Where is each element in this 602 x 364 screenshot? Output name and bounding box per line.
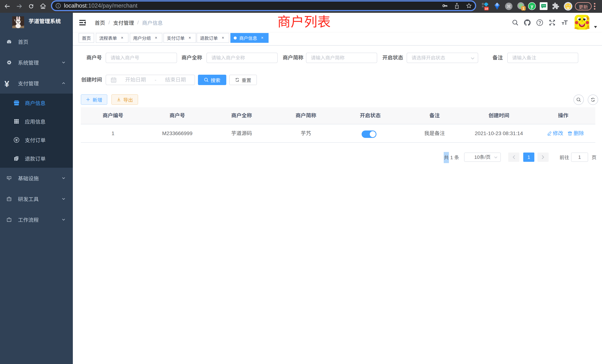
svg-text:10: 10	[485, 7, 488, 10]
svg-text:y: y	[531, 3, 533, 9]
svg-text:⌘: ⌘	[506, 4, 511, 9]
svg-text:1: 1	[523, 7, 524, 10]
